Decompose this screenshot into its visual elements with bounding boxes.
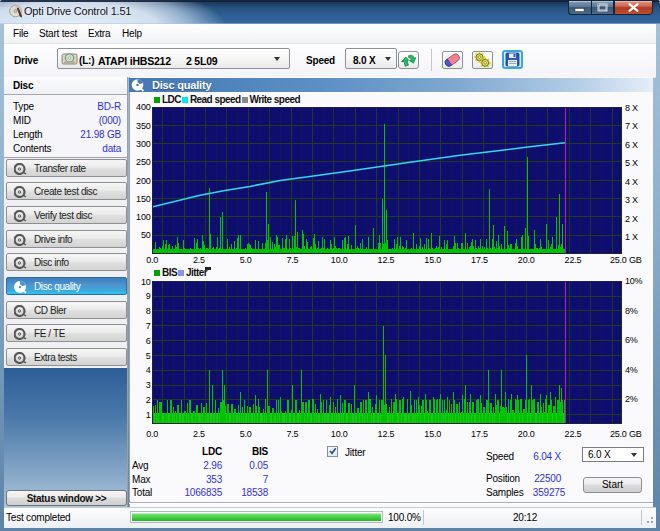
svg-text:5.0: 5.0 <box>240 429 252 439</box>
svg-text:9: 9 <box>146 291 151 301</box>
svg-text:350: 350 <box>136 121 151 131</box>
svg-text:10.0: 10.0 <box>331 429 348 439</box>
svg-text:200: 200 <box>136 176 151 186</box>
svg-text:7: 7 <box>146 321 151 331</box>
svg-text:6 X: 6 X <box>625 140 638 150</box>
svg-text:50: 50 <box>141 230 151 240</box>
svg-text:22.5: 22.5 <box>565 255 582 265</box>
svg-text:4: 4 <box>146 365 151 375</box>
svg-text:5.0: 5.0 <box>240 255 252 265</box>
svg-text:3 X: 3 X <box>625 195 638 205</box>
svg-text:0.0: 0.0 <box>146 255 158 265</box>
svg-text:4%: 4% <box>625 365 638 375</box>
svg-text:0.0: 0.0 <box>146 429 158 439</box>
svg-text:400: 400 <box>136 102 151 112</box>
svg-text:6%: 6% <box>625 335 638 345</box>
svg-text:12.5: 12.5 <box>378 255 395 265</box>
svg-text:22.5: 22.5 <box>565 429 582 439</box>
svg-text:10%: 10% <box>625 276 643 286</box>
svg-text:8: 8 <box>146 306 151 316</box>
svg-text:2.5: 2.5 <box>193 429 205 439</box>
svg-text:8 X: 8 X <box>625 103 638 113</box>
svg-text:20.0: 20.0 <box>518 255 535 265</box>
svg-text:150: 150 <box>136 194 151 204</box>
svg-text:5 X: 5 X <box>625 158 638 168</box>
svg-text:2.5: 2.5 <box>193 255 205 265</box>
svg-text:20.0: 20.0 <box>518 429 535 439</box>
svg-text:2: 2 <box>146 395 151 405</box>
svg-text:6: 6 <box>146 336 151 346</box>
svg-text:12.5: 12.5 <box>378 429 395 439</box>
svg-text:250: 250 <box>136 157 151 167</box>
svg-text:17.5: 17.5 <box>471 255 488 265</box>
svg-text:7.5: 7.5 <box>286 429 298 439</box>
svg-text:1 X: 1 X <box>625 232 638 242</box>
svg-text:3: 3 <box>146 380 151 390</box>
svg-text:10.0: 10.0 <box>331 255 348 265</box>
svg-text:4 X: 4 X <box>625 177 638 187</box>
svg-text:100: 100 <box>136 212 151 222</box>
svg-text:15.0: 15.0 <box>424 255 441 265</box>
svg-text:5: 5 <box>146 351 151 361</box>
svg-text:7.5: 7.5 <box>286 255 298 265</box>
svg-text:25.0 GB: 25.0 GB <box>610 429 642 439</box>
svg-text:25.0 GB: 25.0 GB <box>610 255 642 265</box>
svg-text:17.5: 17.5 <box>471 429 488 439</box>
svg-text:2%: 2% <box>625 394 638 404</box>
svg-text:8%: 8% <box>625 306 638 316</box>
svg-text:7 X: 7 X <box>625 121 638 131</box>
svg-text:300: 300 <box>136 139 151 149</box>
svg-text:10: 10 <box>141 277 151 287</box>
svg-text:2 X: 2 X <box>625 214 638 224</box>
svg-text:15.0: 15.0 <box>424 429 441 439</box>
svg-text:1: 1 <box>146 410 151 420</box>
